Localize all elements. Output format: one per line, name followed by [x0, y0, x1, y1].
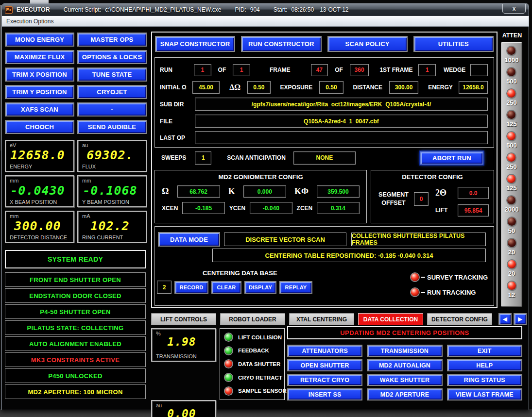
display-button[interactable]: DISPLAY — [244, 281, 276, 294]
kphi-field[interactable]: 359.500 — [317, 185, 360, 198]
attenuator-value-label: 125 — [506, 184, 517, 192]
attenuator-led[interactable] — [508, 217, 516, 226]
attenuator-led[interactable] — [507, 175, 515, 183]
sub-dir-label: SUB DIR — [160, 101, 195, 108]
frame-number-field[interactable]: 47 — [311, 64, 328, 76]
attenuator-led[interactable] — [508, 282, 516, 290]
attenuators-button[interactable]: ATTENUATORS — [287, 345, 362, 357]
executor-window: Ex EXECUTOR Current Script: c:\CONHEAP\P… — [1, 3, 529, 410]
help-button[interactable]: HELP — [447, 359, 522, 371]
master-ops-button[interactable]: MASTER OPS — [77, 33, 147, 47]
trim-x-position-button[interactable]: TRIM X POSITION — [5, 67, 74, 82]
zcen-field[interactable]: 0.314 — [317, 202, 360, 214]
xcen-label: XCEN — [162, 205, 178, 212]
attenuator-item: 2000 — [505, 196, 519, 217]
energy-field[interactable]: 12658.0 — [459, 81, 488, 94]
tab-lift-controls[interactable]: LIFT CONTROLS — [151, 313, 216, 325]
file-field[interactable]: Q105A-A2red-4_1_0047.cbf — [195, 115, 488, 128]
sweeps-field[interactable]: 1 — [195, 151, 211, 165]
message-banner: UPDATING MD2 CENTERING POSITIONS — [287, 326, 522, 339]
abort-run-button[interactable]: ABORT RUN — [420, 151, 483, 165]
send-audible-button[interactable]: SEND AUDIBLE — [77, 120, 147, 134]
trim-y-position-button[interactable]: TRIM Y POSITION — [5, 85, 74, 99]
delta-omega-field[interactable]: 0.50 — [247, 81, 270, 94]
kappa-field[interactable]: 0.000 — [243, 185, 286, 198]
command-button-grid: MONO ENERGY MASTER OPS MAXIMIZE FLUX OPT… — [5, 33, 147, 134]
omega-field[interactable]: 68.762 — [177, 185, 220, 198]
title-bar: Ex EXECUTOR Current Script: c:\CONHEAP\P… — [2, 4, 529, 16]
frame-total-field[interactable]: 360 — [350, 64, 369, 76]
unit-label: mA — [82, 213, 90, 219]
tab-robot-loader[interactable]: ROBOT LOADER — [220, 313, 285, 325]
tab-xtal-centering[interactable]: XTAL CENTERING — [289, 313, 354, 325]
attenuator-led[interactable] — [507, 153, 515, 162]
sub-dir-field[interactable]: /gpfs7/users/necat/igor/Rita_oct12/image… — [195, 98, 488, 111]
open-shutter-button[interactable]: OPEN SHUTTER — [287, 359, 362, 371]
xcen-field[interactable]: -0.185 — [182, 202, 225, 214]
attenuator-title: ATTEN — [499, 32, 525, 39]
record-button[interactable]: RECORD — [174, 281, 208, 294]
wedge-field[interactable] — [470, 64, 488, 76]
run-constructor-button[interactable]: RUN CONSTRUCTOR — [241, 36, 321, 52]
readout-value: -0.1068 — [78, 183, 142, 198]
maximize-flux-button[interactable]: MAXIMIZE FLUX — [5, 50, 74, 64]
tab-detector-config[interactable]: DETECTOR CONFIG — [427, 313, 492, 325]
segment-offset-field[interactable]: 0 — [414, 192, 429, 206]
scan-policy-button[interactable]: SCAN POLICY — [327, 36, 408, 52]
ring-status-button[interactable]: RING STATUS — [447, 374, 522, 386]
readout-label: RING CURRENT — [82, 234, 123, 240]
run-total-field[interactable]: 1 — [233, 64, 250, 76]
lift-field[interactable]: 95.854 — [458, 204, 489, 217]
attenuator-led[interactable] — [507, 89, 515, 98]
view-last-frame-button[interactable]: VIEW LAST FRAME — [447, 388, 522, 400]
attenuator-led[interactable] — [508, 260, 516, 268]
data-mode-button[interactable]: DATA MODE — [158, 232, 220, 247]
run-number-field[interactable]: 1 — [194, 64, 211, 76]
chooch-button[interactable]: CHOOCH — [5, 120, 74, 134]
pid-label: PID: — [235, 6, 246, 13]
attenuator-led[interactable] — [507, 196, 515, 204]
insert-ss-button[interactable]: INSERT SS — [287, 388, 362, 400]
exposure-label: EXPOSURE — [280, 84, 313, 91]
distance-field[interactable]: 300.00 — [389, 81, 418, 94]
attenuator-led[interactable] — [507, 68, 515, 76]
attenuator-led[interactable] — [508, 239, 516, 247]
tab-scroll-right-button[interactable]: ▶ — [514, 313, 527, 325]
attenuator-led[interactable] — [507, 132, 515, 140]
initial-omega-field[interactable]: 45.00 — [192, 81, 220, 94]
clear-button[interactable]: CLEAR — [211, 281, 241, 294]
snap-constructor-button[interactable]: SNAP CONSTRUCTOR — [155, 36, 235, 52]
exit-button[interactable]: EXIT — [447, 345, 522, 357]
lift-collision-led — [225, 334, 232, 341]
lift-label: LIFT — [435, 207, 447, 214]
scan-anticipation-field[interactable]: NONE — [293, 151, 356, 165]
exposure-field[interactable]: 0.50 — [319, 81, 343, 94]
replay-button[interactable]: REPLAY — [279, 281, 312, 294]
wake-shutter-button[interactable]: WAKE SHUTTER — [367, 374, 442, 386]
attenuator-led[interactable] — [507, 111, 515, 119]
collect-status-indicator: COLLECTING SHUTTERLESS PILATUS FRAMES — [351, 233, 486, 246]
attenuator-item: 250 — [506, 89, 517, 111]
transmission-button[interactable]: TRANSMISSION — [367, 345, 442, 357]
mono-energy-button[interactable]: MONO ENERGY — [5, 33, 74, 47]
xafs-scan-button[interactable]: XAFS SCAN — [5, 102, 74, 117]
two-theta-field[interactable]: 0.0 — [458, 187, 489, 199]
tune-state-button[interactable]: TUNE STATE — [77, 67, 147, 82]
close-button[interactable]: x — [502, 4, 526, 14]
utilities-button[interactable]: UTILITIES — [413, 36, 494, 52]
omega-label: Ω — [162, 186, 169, 197]
last-op-field[interactable] — [195, 131, 488, 144]
md2-autoalign-button[interactable]: MD2 AUTOALIGN — [367, 359, 442, 371]
ycen-field[interactable]: -0.040 — [250, 202, 292, 214]
options-locks-button[interactable]: OPTIONS & LOCKS — [77, 50, 147, 64]
centering-database-count: 2 — [157, 281, 172, 294]
attenuator-led[interactable] — [507, 47, 515, 55]
retract-cryo-button[interactable]: RETRACT CRYO — [287, 374, 362, 386]
md2-aperture-button[interactable]: MD2 APERTURE — [367, 388, 442, 400]
tab-data-collection[interactable]: DATA COLLECTION — [358, 313, 423, 325]
cryojet-button[interactable]: CRYOJET — [77, 85, 147, 99]
tab-scroll-left-button[interactable]: ◀ — [498, 313, 512, 325]
first-frame-field[interactable]: 1 — [418, 64, 436, 76]
menu-item-execution-options[interactable]: Execution Options — [6, 18, 53, 25]
blank-button[interactable]: - — [77, 102, 147, 117]
